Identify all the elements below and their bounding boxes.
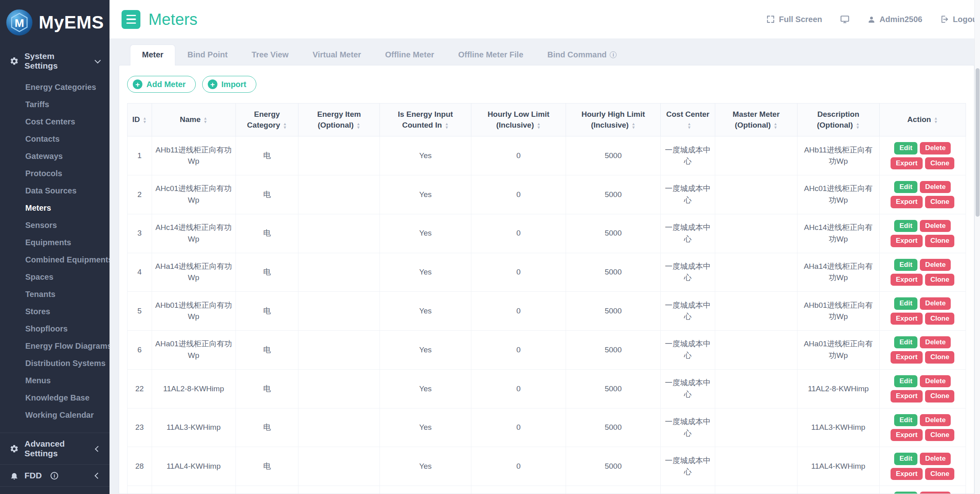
clone-button[interactable]: Clone <box>925 313 954 325</box>
sidebar-item-shopfloors[interactable]: Shopfloors <box>0 320 110 337</box>
clone-button[interactable]: Clone <box>925 196 954 208</box>
sidebar-item-data-sources[interactable]: Data Sources <box>0 182 110 199</box>
cell-hourly-high-limit: 5000 <box>566 214 661 253</box>
export-button[interactable]: Export <box>891 468 923 480</box>
export-button[interactable]: Export <box>891 351 923 363</box>
sidebar-item-knowledge-base[interactable]: Knowledge Base <box>0 389 110 407</box>
sidebar-item-energy-flow-diagrams[interactable]: Energy Flow Diagrams <box>0 337 110 355</box>
column-header-master-meter-optional[interactable]: Master Meter (Optional)▲▼ <box>715 104 797 136</box>
sidebar-item-equipments[interactable]: Equipments <box>0 234 110 251</box>
menu-toggle-button[interactable] <box>122 10 140 29</box>
brand[interactable]: M MyEMS <box>0 0 110 45</box>
edit-button[interactable]: Edit <box>894 453 917 465</box>
cell-energy-item <box>298 175 380 214</box>
tab-virtual-meter[interactable]: Virtual Meter <box>300 45 373 65</box>
tab-bind-point[interactable]: Bind Point <box>175 45 239 65</box>
sidebar-item-tenants[interactable]: Tenants <box>0 286 110 303</box>
sidebar-item-stores[interactable]: Stores <box>0 303 110 320</box>
column-header-is-energy-input-counted-in[interactable]: Is Energy Input Counted In▲▼ <box>380 104 471 136</box>
sidebar-item-spaces[interactable]: Spaces <box>0 268 110 286</box>
clone-button[interactable]: Clone <box>925 429 954 441</box>
cell-description: 11AL3-KWHimp <box>797 408 879 447</box>
edit-button[interactable]: Edit <box>894 220 917 232</box>
cell-master-meter: AHb01进线柜正向有功Wp <box>715 486 797 494</box>
sidebar-section-fdd[interactable]: FDD i <box>0 464 110 486</box>
sidebar-item-sensors[interactable]: Sensors <box>0 217 110 234</box>
vertical-scrollbar[interactable] <box>974 0 980 494</box>
plus-icon: + <box>133 79 142 89</box>
full-screen-button[interactable]: Full Screen <box>766 15 822 24</box>
delete-button[interactable]: Delete <box>920 414 951 426</box>
cell-cost-center: 一度城成本中心 <box>661 292 715 331</box>
sidebar-item-contacts[interactable]: Contacts <box>0 130 110 148</box>
edit-button[interactable]: Edit <box>894 142 917 154</box>
delete-button[interactable]: Delete <box>920 492 951 494</box>
column-header-action[interactable]: Action▲▼ <box>879 104 966 136</box>
delete-button[interactable]: Delete <box>920 181 951 193</box>
export-button[interactable]: Export <box>891 274 923 286</box>
sidebar-item-distribution-systems[interactable]: Distribution Systems <box>0 355 110 372</box>
tab-offline-meter-file[interactable]: Offline Meter File <box>446 45 535 65</box>
sidebar-item-meters[interactable]: Meters <box>0 199 110 217</box>
display-button[interactable] <box>840 14 850 24</box>
column-header-energy-category[interactable]: Energy Category▲▼ <box>235 104 298 136</box>
sidebar-section-system-settings[interactable]: System Settings <box>0 45 110 77</box>
table-row: 3511AL7-1-KWHimp电Yes05000一度城成本中心AHb01进线柜… <box>128 486 966 494</box>
clone-button[interactable]: Clone <box>925 390 954 402</box>
column-header-id[interactable]: ID▲▼ <box>128 104 152 136</box>
edit-button[interactable]: Edit <box>894 492 917 494</box>
column-header-name[interactable]: Name▲▼ <box>152 104 235 136</box>
edit-button[interactable]: Edit <box>894 375 917 387</box>
sidebar-item-energy-categories[interactable]: Energy Categories <box>0 79 110 96</box>
column-header-description-optional[interactable]: Description (Optional)▲▼ <box>797 104 879 136</box>
column-header-hourly-high-limit-inclusive[interactable]: Hourly High Limit (Inclusive)▲▼ <box>566 104 661 136</box>
export-button[interactable]: Export <box>891 429 923 441</box>
column-header-energy-item-optional[interactable]: Energy Item (Optional)▲▼ <box>298 104 380 136</box>
delete-button[interactable]: Delete <box>920 375 951 387</box>
user-menu[interactable]: Admin2506 <box>867 15 923 24</box>
delete-button[interactable]: Delete <box>920 453 951 465</box>
delete-button[interactable]: Delete <box>920 336 951 348</box>
sidebar-item-working-calendar[interactable]: Working Calendar <box>0 407 110 424</box>
clone-button[interactable]: Clone <box>925 351 954 363</box>
tab-tree-view[interactable]: Tree View <box>239 45 300 65</box>
export-button[interactable]: Export <box>891 313 923 325</box>
sidebar-item-tariffs[interactable]: Tariffs <box>0 96 110 113</box>
edit-button[interactable]: Edit <box>894 259 917 271</box>
cell-actions: EditDeleteExportClone <box>879 136 966 175</box>
delete-button[interactable]: Delete <box>920 259 951 271</box>
column-label: Description (Optional) <box>817 110 859 129</box>
column-header-cost-center[interactable]: Cost Center▲▼ <box>661 104 715 136</box>
export-button[interactable]: Export <box>891 390 923 402</box>
column-label: Master Meter (Optional) <box>732 110 779 129</box>
edit-button[interactable]: Edit <box>894 414 917 426</box>
export-button[interactable]: Export <box>891 196 923 208</box>
clone-button[interactable]: Clone <box>925 468 954 480</box>
sidebar-section-advanced-settings[interactable]: Advanced Settings <box>0 433 110 464</box>
import-button[interactable]: + Import <box>202 76 256 93</box>
edit-button[interactable]: Edit <box>894 297 917 309</box>
clone-button[interactable]: Clone <box>925 157 954 169</box>
tab-meter[interactable]: Meter <box>130 45 175 65</box>
scrollbar-thumb[interactable] <box>976 68 980 217</box>
add-meter-button[interactable]: + Add Meter <box>127 76 196 93</box>
export-button[interactable]: Export <box>891 157 923 169</box>
delete-button[interactable]: Delete <box>920 220 951 232</box>
delete-button[interactable]: Delete <box>920 297 951 309</box>
sidebar-item-menus[interactable]: Menus <box>0 372 110 389</box>
clone-button[interactable]: Clone <box>925 274 954 286</box>
sidebar-section-users-privileges[interactable]: Users & Privileges <box>0 486 110 494</box>
tab-offline-meter[interactable]: Offline Meter <box>373 45 446 65</box>
edit-button[interactable]: Edit <box>894 181 917 193</box>
column-header-hourly-low-limit-inclusive[interactable]: Hourly Low Limit (Inclusive)▲▼ <box>471 104 566 136</box>
sidebar-item-gateways[interactable]: Gateways <box>0 148 110 165</box>
tab-bind-command[interactable]: Bind Commandi <box>536 45 629 65</box>
sidebar-item-cost-centers[interactable]: Cost Centers <box>0 113 110 130</box>
delete-button[interactable]: Delete <box>920 142 951 154</box>
myems-logo-icon: M <box>6 6 33 39</box>
clone-button[interactable]: Clone <box>925 235 954 247</box>
sidebar-item-combined-equipments[interactable]: Combined Equipments <box>0 251 110 268</box>
edit-button[interactable]: Edit <box>894 336 917 348</box>
export-button[interactable]: Export <box>891 235 923 247</box>
sidebar-item-protocols[interactable]: Protocols <box>0 165 110 182</box>
